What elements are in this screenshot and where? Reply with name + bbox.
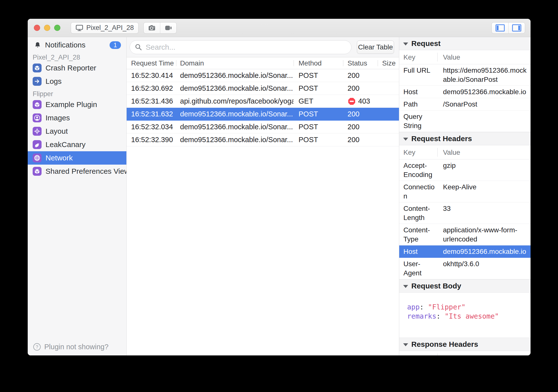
search-icon — [135, 44, 142, 51]
kv-row[interactable]: Content-Typeapplication/x-www-form-urlen… — [399, 224, 531, 245]
sidebar-item-leakcanary[interactable]: LeakCanary — [28, 138, 126, 151]
cell-size — [378, 121, 399, 133]
table-row[interactable]: 16:52:30.414demo9512366.mockable.io/Sona… — [127, 69, 399, 82]
sidebar-item-images[interactable]: Images — [28, 111, 126, 125]
cell-request-time: 16:52:30.692 — [127, 82, 176, 95]
kv-header-value[interactable]: Value — [438, 351, 531, 355]
kv-row[interactable]: Hostdemo9512366.mockable.io — [399, 245, 531, 258]
sidebar-item-label: Images — [46, 114, 70, 122]
kv-key: Query String — [399, 110, 438, 132]
cell-method: POST — [294, 108, 343, 120]
col-request-time[interactable]: Request Time — [127, 57, 176, 69]
screenshot-button[interactable] — [144, 22, 160, 33]
kv-header-key[interactable]: Key — [399, 50, 438, 64]
bird-icon — [33, 140, 42, 149]
sidebar-item-logs[interactable]: Logs — [28, 75, 126, 88]
search-input[interactable] — [146, 43, 346, 51]
kv-row[interactable]: User-Agentokhttp/3.6.0 — [399, 258, 531, 279]
question-icon: ? — [33, 343, 41, 351]
disclosure-triangle-icon — [403, 43, 408, 45]
cell-method: GET — [294, 95, 343, 108]
table-row[interactable]: 16:52:32.034demo9512366.mockable.io/Sona… — [127, 121, 399, 133]
sidebar-item-label: Shared Preferences Viewer — [46, 167, 126, 175]
sidebar-item-layout[interactable]: Layout — [28, 125, 126, 138]
cell-status: 200 — [343, 108, 378, 120]
kv-header-key[interactable]: Key — [399, 351, 438, 355]
sidebar-item-network[interactable]: Network — [28, 151, 126, 165]
device-selector-button[interactable]: Pixel_2_API_28 — [71, 22, 139, 34]
section-header-request-headers[interactable]: Request Headers — [399, 132, 531, 145]
table-row[interactable]: 16:52:30.692demo9512366.mockable.io/Sona… — [127, 82, 399, 95]
status-code: 200 — [348, 84, 359, 92]
kv-key: Path — [399, 98, 438, 110]
toggle-left-sidebar-button[interactable] — [492, 22, 508, 33]
table-body: 16:52:30.414demo9512366.mockable.io/Sona… — [127, 69, 399, 355]
section-header-response-headers[interactable]: Response Headers — [399, 338, 531, 351]
table-row[interactable]: 16:52:31.436api.github.com/repos/faceboo… — [127, 95, 399, 108]
video-camera-icon — [165, 24, 172, 31]
arrow-right-icon — [33, 77, 42, 86]
cell-request-time: 16:52:32.390 — [127, 133, 176, 146]
sidebar-item-example-plugin[interactable]: Example Plugin — [28, 98, 126, 111]
cell-status: 200 — [343, 121, 378, 133]
sidebar-item-shared-preferences-viewer[interactable]: Shared Preferences Viewer — [28, 165, 126, 178]
cell-size — [378, 108, 399, 120]
kv-header: Key Value — [399, 145, 531, 159]
clear-table-button[interactable]: Clear Table — [357, 41, 394, 54]
sidebar-item-label: Crash Reporter — [46, 64, 96, 72]
sidebar-item-crash-reporter[interactable]: Crash Reporter — [28, 61, 126, 75]
section-header-request[interactable]: Request — [399, 37, 531, 50]
col-status[interactable]: Status — [343, 57, 378, 69]
kv-header-key[interactable]: Key — [399, 145, 438, 159]
kv-key: Content-Type — [399, 224, 438, 245]
cell-method: POST — [294, 69, 343, 82]
network-table: Clear Table Request Time Domain Method S… — [127, 37, 399, 355]
kv-row[interactable]: Accept-Encodinggzip — [399, 159, 531, 181]
cell-size — [378, 69, 399, 82]
kv-row[interactable]: Hostdemo9512366.mockable.io — [399, 86, 531, 98]
kv-value: Keep-Alive — [438, 181, 531, 202]
code-key: remarks — [407, 312, 436, 320]
toggle-right-sidebar-button[interactable] — [508, 22, 525, 33]
zoom-button[interactable] — [54, 25, 60, 31]
kv-value: 33 — [438, 202, 531, 224]
section-title: Request Headers — [411, 134, 472, 143]
close-button[interactable] — [34, 25, 40, 31]
sidebar-section-label: Flipper — [28, 88, 126, 98]
minimize-button[interactable] — [44, 25, 50, 31]
search-box — [130, 40, 351, 54]
notifications-item[interactable]: Notifications 1 — [28, 39, 126, 51]
table-header: Request Time Domain Method Status Size — [127, 57, 399, 69]
kv-row[interactable]: ConnectionKeep-Alive — [399, 181, 531, 202]
kv-row[interactable]: Path/SonarPost — [399, 98, 531, 110]
cube-icon — [33, 100, 42, 109]
col-method[interactable]: Method — [294, 57, 343, 69]
kv-row[interactable]: Query String — [399, 110, 531, 132]
traffic-lights — [34, 25, 60, 31]
section-header-request-body[interactable]: Request Body — [399, 279, 531, 293]
kv-key: Accept-Encoding — [399, 159, 438, 181]
col-size[interactable]: Size — [378, 57, 399, 69]
kv-row[interactable]: Full URLhttps://demo9512366.mockable.io/… — [399, 64, 531, 86]
status-code: 403 — [358, 97, 370, 105]
user-icon — [33, 113, 42, 122]
kv-header-value[interactable]: Value — [438, 50, 531, 64]
cube-icon — [33, 167, 42, 176]
capture-controls — [143, 22, 177, 34]
plugin-help-link[interactable]: ? Plugin not showing? — [33, 343, 109, 351]
kv-key: Host — [399, 86, 438, 98]
disclosure-triangle-icon — [403, 138, 408, 141]
sidebar-section-label: Pixel_2_API_28 — [28, 51, 126, 61]
col-domain[interactable]: Domain — [176, 57, 294, 69]
status-error-icon — [348, 97, 356, 106]
cell-size — [378, 133, 399, 146]
table-row[interactable]: 16:52:31.632demo9512366.mockable.io/Sona… — [127, 108, 399, 121]
notifications-label: Notifications — [45, 41, 85, 49]
kv-row[interactable]: Content-Length33 — [399, 202, 531, 224]
table-row[interactable]: 16:52:32.390demo9512366.mockable.io/Sona… — [127, 133, 399, 146]
kv-header-value[interactable]: Value — [438, 145, 531, 159]
request-body-code: app: "Flipper"remarks: "Its awesome" — [399, 293, 531, 338]
screencast-button[interactable] — [160, 22, 176, 33]
window-content: Notifications 1 Pixel_2_API_28Crash Repo… — [28, 37, 531, 355]
kv-header: Key Value — [399, 351, 531, 355]
